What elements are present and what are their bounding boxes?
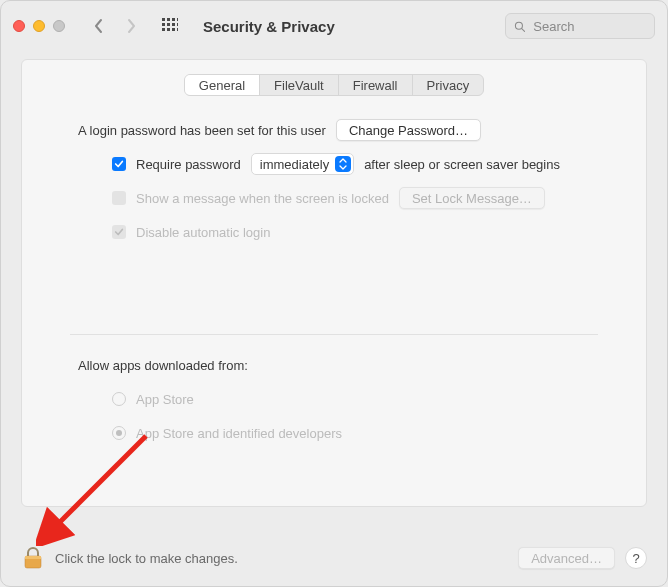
lock-text: Click the lock to make changes. — [55, 551, 238, 566]
help-button[interactable]: ? — [625, 547, 647, 569]
general-section: A login password has been set for this u… — [22, 96, 646, 244]
window-title: Security & Privacy — [203, 18, 335, 35]
tab-filevault[interactable]: FileVault — [260, 75, 339, 95]
minimize-window-button[interactable] — [33, 20, 45, 32]
tab-firewall[interactable]: Firewall — [339, 75, 413, 95]
show-all-button[interactable] — [159, 15, 181, 37]
checkmark-icon — [114, 227, 124, 237]
chevron-right-icon — [125, 18, 137, 34]
change-password-button[interactable]: Change Password… — [336, 119, 481, 141]
checkmark-icon — [114, 159, 124, 169]
footer: Click the lock to make changes. Advanced… — [1, 530, 667, 586]
disable-auto-login-label: Disable automatic login — [136, 225, 270, 240]
tab-segmented-control[interactable]: General FileVault Firewall Privacy — [184, 74, 484, 96]
allow-apps-radio-appstore — [112, 392, 126, 406]
svg-rect-6 — [172, 23, 175, 26]
tab-privacy[interactable]: Privacy — [413, 75, 484, 95]
svg-rect-8 — [162, 28, 165, 31]
show-message-label: Show a message when the screen is locked — [136, 191, 389, 206]
back-button[interactable] — [87, 14, 111, 38]
forward-button — [119, 14, 143, 38]
content-pane: General FileVault Firewall Privacy A log… — [21, 59, 647, 507]
svg-rect-4 — [162, 23, 165, 26]
svg-rect-3 — [177, 18, 178, 21]
set-lock-message-button: Set Lock Message… — [399, 187, 545, 209]
show-message-checkbox — [112, 191, 126, 205]
allow-apps-label: Allow apps downloaded from: — [78, 358, 248, 373]
zoom-window-button — [53, 20, 65, 32]
allow-apps-option-appstore: App Store — [136, 392, 194, 407]
svg-rect-9 — [167, 28, 170, 31]
traffic-lights — [13, 20, 65, 32]
search-icon — [514, 20, 525, 33]
require-password-checkbox[interactable] — [112, 157, 126, 171]
svg-rect-7 — [177, 23, 178, 26]
tabs: General FileVault Firewall Privacy — [22, 74, 646, 96]
lock-button[interactable] — [21, 546, 45, 570]
svg-rect-2 — [172, 18, 175, 21]
require-password-label-before: Require password — [136, 157, 241, 172]
require-password-label-after: after sleep or screen saver begins — [364, 157, 560, 172]
disable-auto-login-checkbox — [112, 225, 126, 239]
require-password-delay-select[interactable]: immediately — [251, 153, 354, 175]
grid-icon — [162, 18, 178, 34]
advanced-button[interactable]: Advanced… — [518, 547, 615, 569]
lock-icon — [23, 546, 43, 570]
allow-apps-radio-identified — [112, 426, 126, 440]
titlebar: Security & Privacy — [1, 1, 667, 51]
prefs-window: Security & Privacy General FileVault Fir… — [0, 0, 668, 587]
svg-rect-11 — [177, 28, 178, 31]
login-password-text: A login password has been set for this u… — [78, 123, 326, 138]
search-field[interactable] — [505, 13, 655, 39]
search-input[interactable] — [531, 18, 646, 35]
allow-apps-option-identified: App Store and identified developers — [136, 426, 342, 441]
svg-rect-1 — [167, 18, 170, 21]
svg-rect-5 — [167, 23, 170, 26]
tab-general[interactable]: General — [185, 75, 260, 95]
allow-apps-section: Allow apps downloaded from: App Store Ap… — [22, 335, 646, 445]
select-stepper-icon — [335, 156, 351, 172]
require-password-delay-value: immediately — [260, 157, 329, 172]
svg-rect-0 — [162, 18, 165, 21]
close-window-button[interactable] — [13, 20, 25, 32]
svg-rect-10 — [172, 28, 175, 31]
svg-rect-15 — [25, 556, 41, 559]
chevron-left-icon — [93, 18, 105, 34]
help-icon: ? — [632, 551, 639, 566]
svg-line-13 — [522, 28, 525, 31]
